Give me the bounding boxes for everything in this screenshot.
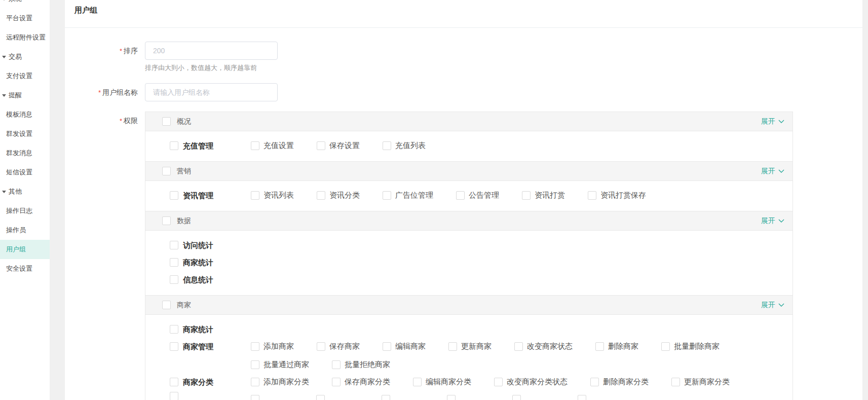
sidebar-item-提醒[interactable]: 提醒 <box>0 86 50 105</box>
permission-sub-checkbox[interactable] <box>251 191 259 200</box>
permission-sub-item-删除商家[interactable]: 删除商家 <box>595 339 638 354</box>
permission-sub-checkbox[interactable] <box>383 141 391 150</box>
permission-sub-item[interactable] <box>251 392 259 400</box>
permission-sub-checkbox[interactable] <box>578 395 586 400</box>
group-name-input[interactable] <box>145 83 278 101</box>
permission-sub-checkbox[interactable] <box>448 342 457 351</box>
permission-sub-item[interactable] <box>447 392 456 400</box>
permission-sub-item-保存商家分类[interactable]: 保存商家分类 <box>332 375 390 389</box>
permission-sub-item-资讯列表[interactable]: 资讯列表 <box>251 188 294 203</box>
permission-main-item[interactable]: 资讯管理 <box>170 188 251 203</box>
permission-sub-item-批量拒绝商家[interactable]: 批量拒绝商家 <box>332 357 390 372</box>
permission-sub-item-更新商家分类[interactable]: 更新商家分类 <box>671 375 730 389</box>
permission-sub-item-资讯打赏保存[interactable]: 资讯打赏保存 <box>588 188 646 203</box>
permission-main-checkbox[interactable] <box>170 325 178 334</box>
permission-sub-checkbox[interactable] <box>251 360 259 369</box>
permission-sub-checkbox[interactable] <box>383 342 391 351</box>
sidebar-item-交易[interactable]: 交易 <box>0 47 50 66</box>
permission-sub-item-批量删除商家[interactable]: 批量删除商家 <box>661 339 720 354</box>
group-checkbox[interactable] <box>162 216 171 225</box>
sidebar-item-安全设置[interactable]: 安全设置 <box>0 259 50 278</box>
sidebar-item-其他[interactable]: 其他 <box>0 182 50 201</box>
permission-sub-checkbox[interactable] <box>595 342 604 351</box>
permission-sub-item-充值设置[interactable]: 充值设置 <box>251 138 294 153</box>
permission-main-item[interactable]: 商家管理 <box>170 339 251 354</box>
permission-main-item[interactable]: 商家统计 <box>170 322 251 337</box>
permission-sub-checkbox[interactable] <box>251 395 259 400</box>
permission-sub-item-资讯分类[interactable]: 资讯分类 <box>317 188 360 203</box>
permission-sub-checkbox[interactable] <box>456 191 465 200</box>
permission-sub-checkbox[interactable] <box>316 395 325 400</box>
permission-sub-checkbox[interactable] <box>317 342 325 351</box>
permission-sub-item[interactable] <box>512 392 521 400</box>
permission-sub-checkbox[interactable] <box>512 395 521 400</box>
permission-sub-item-批量通过商家[interactable]: 批量通过商家 <box>251 357 309 372</box>
permission-sub-checkbox[interactable] <box>383 191 391 200</box>
permission-sub-checkbox[interactable] <box>514 342 523 351</box>
permission-main-item[interactable]: 商家统计 <box>170 255 251 270</box>
permission-sub-checkbox[interactable] <box>317 191 325 200</box>
permission-sub-item-添加商家[interactable]: 添加商家 <box>251 339 294 354</box>
permission-sub-checkbox[interactable] <box>671 378 680 386</box>
group-checkbox[interactable] <box>162 301 171 309</box>
permission-sub-item-改变商家分类状态[interactable]: 改变商家分类状态 <box>494 375 568 389</box>
group-checkbox[interactable] <box>162 117 171 126</box>
permission-sub-checkbox[interactable] <box>382 395 390 400</box>
permission-sub-item-改变商家状态[interactable]: 改变商家状态 <box>514 339 573 354</box>
permission-main-checkbox[interactable] <box>170 141 178 150</box>
permission-sub-item-编辑商家分类[interactable]: 编辑商家分类 <box>413 375 471 389</box>
expand-link[interactable]: 展开 <box>761 117 784 126</box>
permission-sub-item-保存商家[interactable]: 保存商家 <box>317 339 360 354</box>
permission-sub-checkbox[interactable] <box>447 395 456 400</box>
permission-main-item[interactable] <box>170 392 251 400</box>
permission-main-checkbox[interactable] <box>170 378 178 386</box>
permission-sub-checkbox[interactable] <box>332 360 341 369</box>
sort-input[interactable] <box>145 42 278 60</box>
permission-sub-checkbox[interactable] <box>661 342 670 351</box>
permission-main-checkbox[interactable] <box>170 241 178 249</box>
sidebar-item-系统[interactable]: 系统 <box>0 0 50 9</box>
permission-main-item[interactable]: 访问统计 <box>170 238 251 252</box>
sidebar-item-短信设置[interactable]: 短信设置 <box>0 163 50 182</box>
permission-sub-checkbox[interactable] <box>251 342 259 351</box>
permission-main-checkbox[interactable] <box>170 342 178 351</box>
permission-sub-item[interactable] <box>382 392 390 400</box>
permission-main-item[interactable]: 商家分类 <box>170 375 251 389</box>
permission-sub-item-公告管理[interactable]: 公告管理 <box>456 188 499 203</box>
permission-sub-checkbox[interactable] <box>588 191 596 200</box>
sidebar-item-模板消息[interactable]: 模板消息 <box>0 105 50 124</box>
sidebar-item-用户组[interactable]: 用户组 <box>0 240 50 259</box>
permission-sub-checkbox[interactable] <box>590 378 599 386</box>
permission-main-checkbox[interactable] <box>170 275 178 284</box>
permission-sub-item-更新商家[interactable]: 更新商家 <box>448 339 492 354</box>
permission-sub-item-充值列表[interactable]: 充值列表 <box>383 138 426 153</box>
permission-sub-item-保存设置[interactable]: 保存设置 <box>317 138 360 153</box>
permission-main-checkbox[interactable] <box>170 191 178 200</box>
sidebar-item-群发消息[interactable]: 群发消息 <box>0 143 50 163</box>
expand-link[interactable]: 展开 <box>761 301 784 310</box>
group-checkbox[interactable] <box>162 167 171 175</box>
permission-main-item[interactable]: 信息统计 <box>170 272 251 287</box>
permission-main-checkbox[interactable] <box>170 258 178 267</box>
permission-sub-item-资讯打赏[interactable]: 资讯打赏 <box>522 188 565 203</box>
permission-sub-item[interactable] <box>316 392 325 400</box>
permission-sub-checkbox[interactable] <box>413 378 422 386</box>
sidebar-item-平台设置[interactable]: 平台设置 <box>0 9 50 28</box>
sidebar-item-操作员[interactable]: 操作员 <box>0 221 50 240</box>
permission-sub-checkbox[interactable] <box>251 378 259 386</box>
permission-sub-item-添加商家分类[interactable]: 添加商家分类 <box>251 375 309 389</box>
sidebar-item-支付设置[interactable]: 支付设置 <box>0 66 50 86</box>
permission-sub-item-删除商家分类[interactable]: 删除商家分类 <box>590 375 649 389</box>
permission-sub-item[interactable] <box>578 392 586 400</box>
permission-main-checkbox[interactable] <box>170 392 178 400</box>
sidebar-item-操作日志[interactable]: 操作日志 <box>0 201 50 221</box>
sidebar-item-远程附件设置[interactable]: 远程附件设置 <box>0 28 50 47</box>
permission-main-item[interactable]: 充值管理 <box>170 138 251 153</box>
expand-link[interactable]: 展开 <box>761 167 784 176</box>
permission-sub-checkbox[interactable] <box>251 141 259 150</box>
permission-sub-checkbox[interactable] <box>317 141 325 150</box>
permission-sub-checkbox[interactable] <box>332 378 341 386</box>
permission-sub-item-广告位管理[interactable]: 广告位管理 <box>383 188 433 203</box>
permission-sub-item-编辑商家[interactable]: 编辑商家 <box>383 339 426 354</box>
sidebar-item-群发设置[interactable]: 群发设置 <box>0 124 50 143</box>
